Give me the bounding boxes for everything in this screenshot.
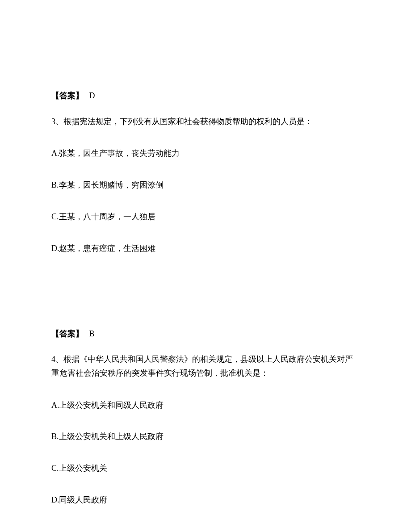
q3-stem: 3、根据宪法规定，下列没有从国家和社会获得物质帮助的权利的人员是：	[51, 115, 360, 129]
q4-option-d: D.同级人民政府	[51, 494, 360, 507]
q4-option-c: C.上级公安机关	[51, 462, 360, 475]
q3-option-a: A.张某，因生产事故，丧失劳动能力	[51, 147, 360, 160]
q3-answer-label: 【答案】	[51, 329, 84, 338]
spacer	[51, 274, 360, 327]
q3-option-b: B.李某，因长期赌博，穷困潦倒	[51, 179, 360, 192]
q4-option-b: B.上级公安机关和上级人民政府	[51, 430, 360, 443]
q4-option-a: A.上级公安机关和同级人民政府	[51, 399, 360, 412]
q2-answer: 【答案】 D	[51, 89, 360, 102]
q3-option-d: D.赵某，患有癌症，生活困难	[51, 242, 360, 255]
q3-answer-value: B	[89, 329, 95, 338]
q3-option-c: C.王某，八十周岁，一人独居	[51, 210, 360, 223]
q3-answer: 【答案】 B	[51, 327, 360, 340]
q2-answer-label: 【答案】	[51, 91, 84, 100]
q4-stem: 4、根据《中华人民共和国人民警察法》的相关规定，县级以上人民政府公安机关对严重危…	[51, 352, 360, 380]
q2-answer-value: D	[89, 91, 95, 100]
